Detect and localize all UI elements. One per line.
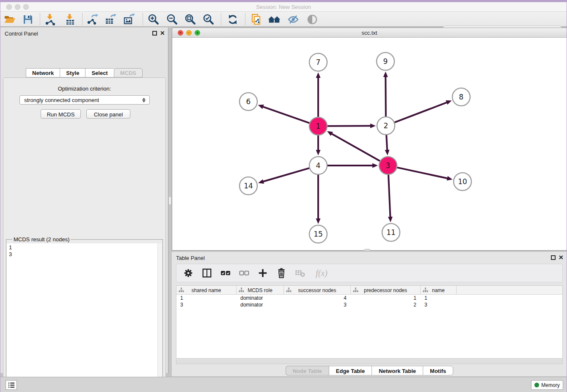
edge-arrowhead bbox=[372, 163, 378, 168]
edge-arrowhead bbox=[370, 124, 376, 128]
task-history-button[interactable] bbox=[6, 380, 17, 390]
edge-1-6[interactable] bbox=[262, 106, 309, 123]
table-tab-edge-table[interactable]: Edge Table bbox=[329, 366, 372, 375]
close-panel-button[interactable]: Close panel bbox=[86, 109, 130, 119]
app-titlebar[interactable]: Session: New Session bbox=[0, 2, 567, 12]
mcds-result-group: MCDS result (2 nodes) 13 bbox=[6, 236, 163, 392]
network-canvas[interactable]: 7968124314101511 bbox=[172, 38, 567, 250]
control-tab-network[interactable]: Network bbox=[26, 68, 60, 77]
open-session-icon[interactable] bbox=[3, 13, 17, 26]
graph-node-label-11: 11 bbox=[386, 228, 396, 237]
save-session-icon[interactable] bbox=[21, 13, 35, 26]
toolbar-separator bbox=[143, 13, 143, 25]
column-header-MCDS-role[interactable]: MCDS role bbox=[237, 286, 284, 295]
float-table-panel-icon[interactable] bbox=[551, 255, 556, 260]
graph-node-label-6: 6 bbox=[246, 97, 251, 106]
edge-3-10[interactable] bbox=[397, 168, 449, 179]
table-cell[interactable]: 1 bbox=[421, 295, 457, 301]
close-panel-icon[interactable]: ✕ bbox=[160, 30, 165, 36]
export-image-icon[interactable] bbox=[123, 13, 136, 26]
mcds-result-list[interactable]: 13 bbox=[7, 243, 162, 392]
zoom-selected-icon[interactable] bbox=[202, 13, 215, 26]
table-cell[interactable]: dominator bbox=[237, 295, 284, 301]
column-header-predecessor-nodes[interactable]: predecessor nodes bbox=[351, 286, 421, 295]
edge-2-8[interactable] bbox=[395, 102, 448, 122]
control-tab-select[interactable]: Select bbox=[85, 68, 113, 77]
graph-node-label-15: 15 bbox=[314, 230, 323, 238]
column-header-name[interactable]: name bbox=[421, 286, 457, 295]
node-table: shared nameMCDS rolesuccessor nodesprede… bbox=[176, 285, 563, 359]
table-horizontal-scrollbar[interactable] bbox=[176, 359, 563, 364]
column-header-successor-nodes[interactable]: successor nodes bbox=[284, 286, 351, 295]
control-tab-mcds[interactable]: MCDS bbox=[114, 68, 143, 77]
result-scrollbar[interactable] bbox=[157, 243, 162, 392]
control-tab-style[interactable]: Style bbox=[60, 68, 85, 77]
import-table-icon[interactable] bbox=[63, 13, 77, 26]
table-cell[interactable]: 2 bbox=[351, 301, 421, 308]
show-eye-icon[interactable] bbox=[306, 13, 319, 26]
export-table-icon[interactable] bbox=[104, 13, 118, 26]
edge-arrowhead bbox=[258, 179, 264, 184]
clone-network-icon[interactable] bbox=[250, 13, 263, 26]
table-toolbar: f(x) bbox=[176, 264, 563, 282]
toolbar-separator bbox=[40, 13, 40, 25]
list-icon bbox=[8, 382, 15, 389]
criterion-select[interactable]: strongly connected component bbox=[19, 95, 150, 105]
table-panel: Table Panel ✕ bbox=[172, 252, 567, 376]
zoom-fit-icon[interactable] bbox=[184, 13, 197, 26]
add-column-icon[interactable] bbox=[257, 267, 269, 279]
hide-style-icon[interactable] bbox=[286, 13, 300, 26]
table-cell[interactable]: 1 bbox=[176, 295, 237, 301]
edge-3-1[interactable] bbox=[331, 133, 380, 161]
delete-column-icon[interactable] bbox=[275, 267, 287, 279]
edge-4-14[interactable] bbox=[262, 168, 309, 182]
column-selector-icon[interactable] bbox=[201, 267, 213, 279]
graph-node-label-10: 10 bbox=[458, 177, 467, 186]
table-row[interactable]: 3dominator323 bbox=[176, 301, 562, 308]
edge-3-11[interactable] bbox=[388, 175, 391, 218]
table-tab-motifs[interactable]: Motifs bbox=[423, 366, 453, 375]
select-all-rows-icon[interactable] bbox=[220, 267, 231, 279]
mcds-result-line: 3 bbox=[9, 251, 162, 258]
run-mcds-button[interactable]: Run MCDS bbox=[41, 109, 81, 119]
canvas-splitter-grip[interactable] bbox=[364, 249, 370, 251]
table-header-row: shared nameMCDS rolesuccessor nodesprede… bbox=[176, 286, 562, 295]
memory-button[interactable]: Memory bbox=[531, 380, 563, 390]
table-cell[interactable]: 3 bbox=[421, 301, 457, 308]
refresh-icon[interactable] bbox=[226, 13, 239, 26]
table-cell[interactable]: 3 bbox=[284, 301, 351, 308]
table-cell[interactable]: dominator bbox=[237, 301, 284, 308]
edge-2-9[interactable] bbox=[385, 76, 386, 116]
import-network-icon[interactable] bbox=[44, 13, 57, 26]
settings-gear-icon[interactable] bbox=[182, 267, 194, 279]
table-cell[interactable]: 4 bbox=[284, 295, 351, 301]
edge-1-2[interactable] bbox=[328, 126, 372, 126]
function-builder-icon[interactable]: f(x) bbox=[313, 267, 330, 279]
network-titlebar[interactable]: × − + scc.txt bbox=[172, 28, 567, 38]
zoom-in-icon[interactable] bbox=[147, 13, 160, 26]
delete-table-icon[interactable] bbox=[294, 267, 306, 279]
graph-node-label-2: 2 bbox=[384, 121, 388, 130]
close-table-panel-icon[interactable]: ✕ bbox=[559, 254, 564, 260]
control-panel: Control Panel ✕ NetworkStyleSelectMCDS O… bbox=[0, 28, 168, 373]
column-header-shared-name[interactable]: shared name bbox=[176, 286, 237, 295]
table-tab-node-table[interactable]: Node Table bbox=[286, 366, 329, 375]
edge-arrowhead bbox=[385, 150, 390, 155]
table-row[interactable]: 1dominator411 bbox=[176, 295, 562, 301]
float-panel-icon[interactable] bbox=[152, 31, 157, 36]
panel-splitter-grip[interactable] bbox=[168, 196, 171, 205]
table-tabs: Node TableEdge TableNetwork TableMotifs bbox=[172, 366, 567, 375]
select-stepper-icon bbox=[141, 97, 147, 103]
app-title: Session: New Session bbox=[0, 4, 567, 10]
table-cell[interactable]: 3 bbox=[176, 301, 237, 308]
table-cell[interactable]: 1 bbox=[351, 295, 421, 301]
deselect-all-rows-icon[interactable] bbox=[238, 267, 250, 279]
edge-arrowhead bbox=[388, 217, 393, 222]
edge-2-3[interactable] bbox=[386, 135, 387, 151]
zoom-out-icon[interactable] bbox=[165, 13, 179, 26]
mcds-result-line: 1 bbox=[9, 244, 162, 251]
table-tab-network-table[interactable]: Network Table bbox=[372, 366, 423, 375]
home-layout-icon[interactable] bbox=[268, 13, 281, 26]
edge-arrowhead bbox=[316, 150, 321, 155]
export-network-icon[interactable] bbox=[86, 13, 99, 26]
